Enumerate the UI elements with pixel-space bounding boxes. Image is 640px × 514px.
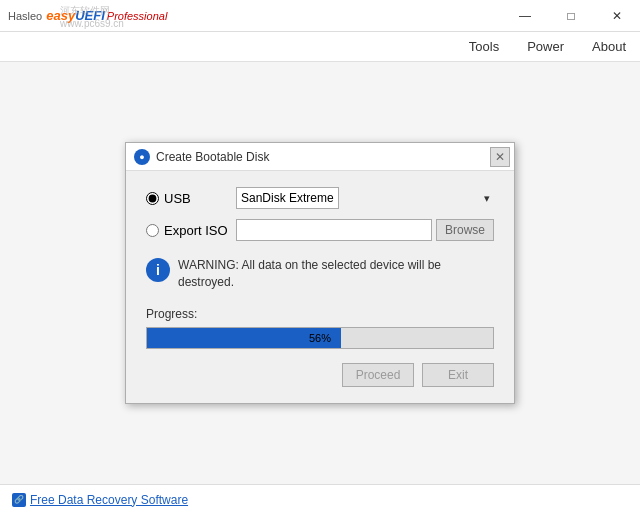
usb-select-wrapper: SanDisk Extreme	[236, 187, 494, 209]
bottom-bar: 🔗 Free Data Recovery Software	[0, 484, 640, 514]
link-icon: 🔗	[12, 493, 26, 507]
create-bootable-disk-dialog: ● Create Bootable Disk ✕ USB SanDisk Ext…	[125, 142, 515, 404]
usb-option-row: USB SanDisk Extreme	[146, 187, 494, 209]
dialog-close-button[interactable]: ✕	[490, 147, 510, 167]
dialog-title-text: Create Bootable Disk	[156, 150, 269, 164]
menu-tools[interactable]: Tools	[463, 35, 505, 58]
maximize-button[interactable]: □	[548, 0, 594, 32]
warning-text: WARNING: All data on the selected device…	[178, 257, 494, 291]
usb-radio[interactable]	[146, 192, 159, 205]
dialog-title-bar: ● Create Bootable Disk ✕	[126, 143, 514, 171]
menu-about[interactable]: About	[586, 35, 632, 58]
dialog-title-icon: ●	[134, 149, 150, 165]
link-text: Free Data Recovery Software	[30, 493, 188, 507]
warning-row: i WARNING: All data on the selected devi…	[146, 257, 494, 291]
app-title: Hasleo	[8, 10, 42, 22]
title-bar: Hasleo easyUEFI Professional 河东软件网 www.p…	[0, 0, 640, 32]
usb-radio-label[interactable]: USB	[146, 191, 236, 206]
main-area: ● Create Bootable Disk ✕ USB SanDisk Ext…	[0, 62, 640, 484]
dialog-body: USB SanDisk Extreme Export ISO Browse	[126, 171, 514, 403]
progress-bar-text: 56%	[147, 332, 493, 344]
free-data-recovery-link[interactable]: 🔗 Free Data Recovery Software	[12, 493, 188, 507]
close-window-button[interactable]: ✕	[594, 0, 640, 32]
export-iso-radio[interactable]	[146, 224, 159, 237]
dialog-buttons: Proceed Exit	[146, 363, 494, 387]
window-controls: — □ ✕	[502, 0, 640, 32]
export-iso-row: Export ISO Browse	[146, 219, 494, 241]
proceed-button[interactable]: Proceed	[342, 363, 414, 387]
progress-label: Progress:	[146, 307, 494, 321]
export-iso-input[interactable]	[236, 219, 432, 241]
exit-button[interactable]: Exit	[422, 363, 494, 387]
export-iso-label: Export ISO	[164, 223, 228, 238]
browse-button[interactable]: Browse	[436, 219, 494, 241]
menu-bar: Tools Power About	[0, 32, 640, 62]
watermark: 河东软件网 www.pc6s9.cn	[60, 4, 124, 29]
warning-icon: i	[146, 258, 170, 282]
usb-label: USB	[164, 191, 191, 206]
progress-bar-container: 56%	[146, 327, 494, 349]
export-iso-radio-label[interactable]: Export ISO	[146, 223, 236, 238]
minimize-button[interactable]: —	[502, 0, 548, 32]
usb-select[interactable]: SanDisk Extreme	[236, 187, 339, 209]
menu-power[interactable]: Power	[521, 35, 570, 58]
